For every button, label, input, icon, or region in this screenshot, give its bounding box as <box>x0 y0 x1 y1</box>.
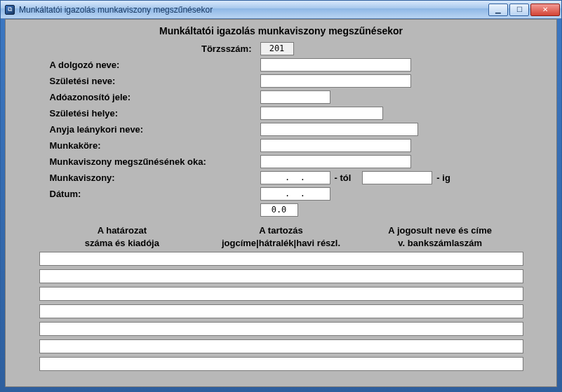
line-row[interactable] <box>39 322 523 336</box>
label-mv: Munkaviszony: <box>50 173 260 183</box>
maximize-button[interactable]: ☐ <box>509 4 529 16</box>
line-row[interactable] <box>39 304 523 318</box>
label-anyja: Anyja leánykori neve: <box>50 124 260 135</box>
titlebar-left: ⧉ Munkáltatói igazolás munkaviszony megs… <box>5 5 213 15</box>
close-button[interactable]: ✕ <box>530 4 560 16</box>
label-ado: Adóazonosító jele: <box>50 92 260 102</box>
line-row[interactable] <box>39 252 523 266</box>
nev-field[interactable] <box>260 58 411 72</box>
col-header-2-line1: A tartozás <box>201 224 361 237</box>
label-datum: Dátum: <box>50 189 260 199</box>
datum-field[interactable] <box>260 187 330 201</box>
label-mv-ig: - ig <box>436 173 450 183</box>
label-torzsszam: Törzsszám: <box>50 43 260 54</box>
page-title: Munkáltatói igazolás munkaviszony megszű… <box>15 25 547 36</box>
label-szul-nev: Születési neve: <box>50 76 260 86</box>
anyja-field[interactable] <box>260 123 418 136</box>
app-window: ⧉ Munkáltatói igazolás munkaviszony megs… <box>0 0 562 392</box>
titlebar-buttons: ▁ ☐ ✕ <box>488 4 560 16</box>
label-ok: Munkaviszony megszűnésének oka: <box>50 156 260 167</box>
minimize-button[interactable]: ▁ <box>488 4 508 16</box>
munkakor-field[interactable] <box>260 139 411 152</box>
col-header-2-line2: jogcíme|hátralék|havi részl. <box>201 237 361 250</box>
titlebar: ⧉ Munkáltatói igazolás munkaviszony megs… <box>1 1 561 19</box>
label-nev: A dolgozó neve: <box>50 60 260 70</box>
line-row[interactable] <box>39 339 523 353</box>
line-row[interactable] <box>39 269 523 283</box>
mv-ig-field[interactable] <box>362 171 432 184</box>
label-munkakor: Munkaköre: <box>50 140 260 151</box>
ok-field[interactable] <box>260 155 411 168</box>
ado-field[interactable] <box>260 90 330 104</box>
szul-hely-field[interactable] <box>260 107 383 120</box>
app-icon: ⧉ <box>5 5 15 15</box>
col-header-3-line2: v. bankszámlaszám <box>361 237 520 250</box>
torzsszam-field[interactable] <box>260 42 294 55</box>
extra-field[interactable] <box>260 203 298 217</box>
line-row[interactable] <box>39 287 523 301</box>
lines-container <box>39 252 523 374</box>
col-header-3-line1: A jogosult neve és címe <box>361 224 520 237</box>
col-header-1-line2: száma és kiadója <box>43 237 202 250</box>
window-title: Munkáltatói igazolás munkaviszony megszű… <box>19 5 213 15</box>
line-row[interactable] <box>39 357 523 371</box>
label-mv-tol: - tól <box>335 173 352 183</box>
client-area: Munkáltatói igazolás munkaviszony megszű… <box>5 19 557 387</box>
column-headers: A határozat száma és kiadója A tartozás … <box>43 224 520 249</box>
col-header-1: A határozat száma és kiadója <box>43 224 202 249</box>
form-rows: Törzsszám: A dolgozó neve: Születési nev… <box>50 41 513 217</box>
col-header-1-line1: A határozat <box>43 224 202 237</box>
col-header-3: A jogosult neve és címe v. bankszámlaszá… <box>361 224 520 249</box>
label-szul-hely: Születési helye: <box>50 108 260 119</box>
szul-nev-field[interactable] <box>260 74 411 88</box>
mv-tol-field[interactable] <box>260 171 330 184</box>
col-header-2: A tartozás jogcíme|hátralék|havi részl. <box>201 224 361 249</box>
